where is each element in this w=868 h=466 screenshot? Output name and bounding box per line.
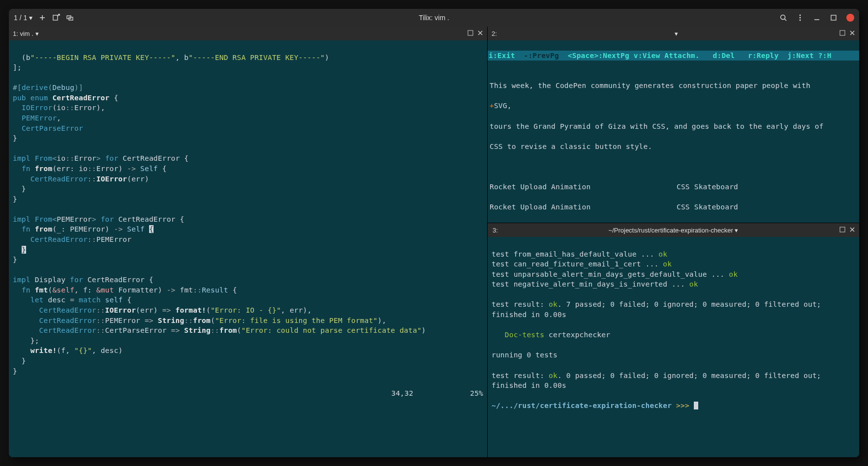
svg-point-4: [800, 15, 801, 16]
pane1-maximize-icon[interactable]: [467, 30, 473, 37]
menu-icon[interactable]: [796, 14, 804, 22]
close-icon[interactable]: [846, 14, 854, 22]
new-tab-icon[interactable]: [38, 14, 46, 22]
cargo-test-output[interactable]: test from_email_has_default_value ... ok…: [488, 237, 859, 457]
pane2-dropdown-icon[interactable]: ▾: [675, 30, 678, 37]
mutt-viewer[interactable]: i:Exit -:PrevPg <Space>:NextPg v:View At…: [488, 40, 859, 223]
pane1-close-icon[interactable]: [477, 30, 483, 37]
svg-rect-0: [53, 15, 58, 20]
mutt-header-bar: i:Exit -:PrevPg <Space>:NextPg v:View At…: [488, 51, 859, 61]
pane1-tab-label[interactable]: 1: vim . ▾: [13, 30, 483, 37]
right-top-pane: 2: ▾ i:Exit -:PrevPg <Space>:NextPg v:Vi…: [488, 27, 859, 223]
pane2-tabbar: 2: ▾: [488, 27, 859, 40]
vim-editor[interactable]: (b"-----BEGIN RSA PRIVATE KEY-----", b"-…: [9, 40, 487, 457]
svg-rect-8: [468, 30, 473, 35]
right-pane-group: 2: ▾ i:Exit -:PrevPg <Space>:NextPg v:Vi…: [488, 27, 859, 457]
svg-point-3: [781, 15, 785, 20]
svg-rect-10: [840, 227, 845, 232]
session-indicator[interactable]: 1 / 1 ▾: [14, 14, 32, 22]
maximize-icon[interactable]: [830, 14, 837, 22]
svg-rect-7: [831, 15, 836, 20]
window-title: Tilix: vim .: [122, 14, 746, 22]
sync-icon[interactable]: [66, 14, 74, 22]
pane1-tabbar: 1: vim . ▾: [9, 27, 487, 40]
left-pane: 1: vim . ▾ (b"-----BEGIN RSA PRIVATE KEY…: [9, 27, 488, 457]
vim-status-cursor: 34,32: [391, 388, 470, 399]
tilix-window: 1 / 1 ▾ Tilix: vim .: [9, 9, 859, 457]
search-icon[interactable]: [779, 14, 787, 22]
minimize-icon[interactable]: [813, 14, 821, 22]
pane3-tab-path[interactable]: ~/Projects/rust/certificate-expiration-c…: [492, 227, 855, 234]
pane2-tab-label[interactable]: 2:: [492, 30, 855, 37]
pane3-close-icon[interactable]: [849, 227, 855, 234]
new-window-icon[interactable]: [52, 14, 60, 22]
right-bottom-pane: 3: ~/Projects/rust/certificate-expiratio…: [488, 223, 859, 457]
pane2-maximize-icon[interactable]: [839, 30, 845, 37]
content-area: 1: vim . ▾ (b"-----BEGIN RSA PRIVATE KEY…: [9, 27, 859, 457]
vim-status-percent: 25%: [470, 388, 483, 399]
pane3-tabbar: 3: ~/Projects/rust/certificate-expiratio…: [488, 223, 859, 237]
svg-rect-9: [840, 30, 845, 35]
pane3-maximize-icon[interactable]: [839, 227, 845, 234]
shell-prompt[interactable]: ~/.../rust/certificate-expiration-checke…: [492, 402, 698, 409]
svg-point-5: [800, 17, 801, 19]
titlebar: 1 / 1 ▾ Tilix: vim .: [9, 9, 859, 27]
pane3-tab-number[interactable]: 3:: [493, 227, 498, 234]
svg-point-6: [800, 20, 801, 21]
mutt-body: This week, the CodePen community generat…: [488, 71, 859, 223]
pane2-close-icon[interactable]: [849, 30, 855, 37]
